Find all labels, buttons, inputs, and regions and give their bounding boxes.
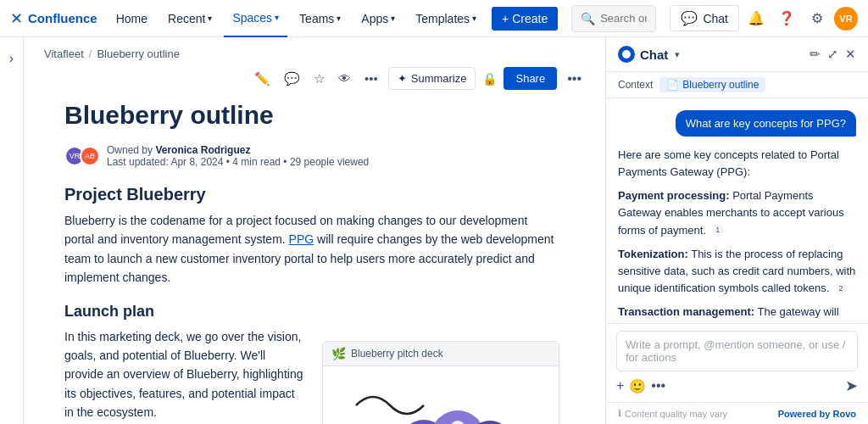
ppg-link[interactable]: PPG — [289, 232, 314, 246]
chat-context-bar: Context 📄 Blueberry outline — [606, 72, 868, 98]
author-avatar-2: AB — [80, 146, 100, 166]
ai-icon: ✦ — [398, 72, 407, 85]
page-icon: 📄 — [666, 79, 679, 91]
chat-title: Chat — [640, 47, 668, 62]
more-options-icon[interactable]: ••• — [651, 378, 665, 393]
pitch-card-body: + Blueberry Pitch — [323, 366, 559, 424]
chevron-down-icon: ▾ — [275, 13, 279, 22]
search-bar[interactable]: 🔍 — [571, 5, 656, 32]
lock-icon[interactable]: 🔒 — [482, 72, 497, 86]
star-icon[interactable]: ☆ — [310, 68, 328, 90]
breadcrumb-current: Blueberry outline — [97, 47, 180, 60]
author-row: VR AB Owned by Veronica Rodriguez Last u… — [64, 144, 559, 168]
ai-message: Here are some key concepts related to Po… — [618, 147, 856, 323]
send-button[interactable]: ➤ — [845, 377, 858, 395]
main-layout: › Vitafleet / Blueberry outline ✏️ 💬 ☆ 👁… — [0, 37, 868, 424]
page-title: Blueberry outline — [64, 100, 559, 131]
top-nav: ✕ Confluence Home Recent ▾ Spaces ▾ Team… — [0, 0, 868, 37]
expand-chat-icon[interactable]: ⤢ — [827, 47, 838, 62]
settings-button[interactable]: ⚙ — [804, 5, 831, 32]
section2-body1: In this marketing deck, we go over the v… — [64, 327, 305, 422]
close-chat-icon[interactable]: ✕ — [845, 47, 856, 62]
leaf-icon: 🌿 — [331, 347, 346, 360]
breadcrumb-parent[interactable]: Vitafleet — [44, 47, 84, 60]
footnote-1: 1 — [712, 225, 724, 237]
search-icon: 🔍 — [581, 12, 595, 25]
notifications-button[interactable]: 🔔 — [743, 5, 770, 32]
nav-teams[interactable]: Teams ▾ — [291, 0, 349, 37]
section1-heading: Project Blueberry — [64, 185, 559, 204]
section1-body: Blueberry is the codename for a project … — [64, 211, 559, 287]
context-page-tag[interactable]: 📄 Blueberry outline — [659, 77, 765, 92]
chat-header-actions: ✏ ⤢ ✕ — [810, 47, 856, 62]
chat-footer: ℹ Content quality may vary Powered by Ro… — [606, 402, 868, 424]
nav-logo-text: Confluence — [28, 11, 97, 25]
nav-spaces[interactable]: Spaces ▾ — [224, 0, 287, 37]
chat-input-placeholder: Write a prompt, @mention someone, or use… — [626, 338, 845, 364]
footnote-2: 2 — [835, 283, 847, 295]
nav-apps[interactable]: Apps ▾ — [353, 0, 403, 37]
confluence-icon: ✕ — [10, 9, 23, 28]
chevron-down-icon: ▾ — [208, 14, 212, 23]
comment-icon[interactable]: 💬 — [281, 68, 303, 90]
nav-right-actions: 💬 Chat 🔔 ❓ ⚙ VR — [670, 5, 858, 32]
chat-icon: 💬 — [681, 10, 698, 26]
pitch-card[interactable]: 🌿 Blueberry pitch deck — [322, 341, 559, 424]
chevron-down-icon: ▾ — [391, 14, 395, 23]
nav-templates[interactable]: Templates ▾ — [407, 0, 485, 37]
breadcrumb: Vitafleet / Blueberry outline — [24, 37, 605, 64]
author-avatars: VR AB — [64, 146, 100, 166]
more-actions-icon[interactable]: ••• — [361, 68, 381, 89]
chat-footer-quality: ℹ Content quality may vary — [618, 408, 727, 419]
chat-input-box: Write a prompt, @mention someone, or use… — [616, 331, 858, 371]
concept-1: Payment processing: Portal Payments Gate… — [618, 187, 856, 238]
powered-by-rovo: Powered by Rovo — [778, 409, 856, 419]
chat-panel: Chat ▾ ✏ ⤢ ✕ Context 📄 Blueberry outline… — [605, 37, 868, 424]
chat-panel-header: Chat ▾ ✏ ⤢ ✕ — [606, 37, 868, 72]
page-content: Blueberry outline VR AB Owned by Veronic… — [24, 93, 600, 424]
chat-messages: What are key concepts for PPG? Here are … — [606, 98, 868, 323]
nav-recent[interactable]: Recent ▾ — [159, 0, 220, 37]
section2-heading: Launch plan — [64, 303, 559, 321]
chat-dropdown-icon[interactable]: ▾ — [675, 49, 680, 60]
add-attachment-icon[interactable]: + — [616, 378, 624, 393]
overflow-menu-icon[interactable]: ••• — [564, 68, 585, 90]
user-avatar[interactable]: VR — [834, 7, 858, 31]
chat-button[interactable]: 💬 Chat — [670, 5, 739, 31]
chevron-down-icon: ▾ — [472, 14, 476, 23]
author-meta: Owned by Veronica Rodriguez Last updated… — [107, 144, 369, 168]
page-toolbar: ✏️ 💬 ☆ 👁 ••• ✦ Summarize 🔒 Share ••• — [24, 64, 605, 93]
context-label: Context — [618, 79, 653, 91]
breadcrumb-separator: / — [89, 47, 92, 60]
sidebar-toggle[interactable]: › — [0, 37, 24, 424]
watch-icon[interactable]: 👁 — [335, 68, 354, 89]
share-button[interactable]: Share — [504, 67, 557, 90]
create-button[interactable]: + Create — [492, 7, 558, 31]
nav-logo[interactable]: ✕ Confluence — [10, 9, 97, 28]
content-area: Vitafleet / Blueberry outline ✏️ 💬 ☆ 👁 •… — [24, 37, 605, 424]
concept-3: Transaction management: The gateway will… — [618, 304, 856, 323]
chevron-down-icon: ▾ — [337, 14, 341, 23]
pitch-illustration: + — [339, 380, 542, 424]
concept-2: Tokenization: This is the process of rep… — [618, 246, 856, 297]
search-input[interactable] — [600, 12, 647, 25]
edit-icon[interactable]: ✏️ — [251, 68, 274, 90]
emoji-icon[interactable]: 🙂 — [629, 378, 646, 394]
chat-input-area: Write a prompt, @mention someone, or use… — [606, 323, 868, 402]
chat-input-toolbar: + 🙂 ••• ➤ — [616, 377, 858, 395]
summarize-button[interactable]: ✦ Summarize — [388, 67, 476, 90]
info-icon: ℹ — [618, 408, 621, 419]
author-name: Veronica Rodriguez — [155, 144, 250, 156]
help-button[interactable]: ❓ — [773, 5, 800, 32]
user-message: What are key concepts for PPG? — [676, 110, 856, 137]
edit-chat-icon[interactable]: ✏ — [810, 47, 821, 62]
rovo-icon — [618, 46, 635, 63]
ai-intro: Here are some key concepts related to Po… — [618, 147, 856, 181]
pitch-card-header: 🌿 Blueberry pitch deck — [323, 342, 559, 366]
nav-home[interactable]: Home — [108, 0, 156, 37]
